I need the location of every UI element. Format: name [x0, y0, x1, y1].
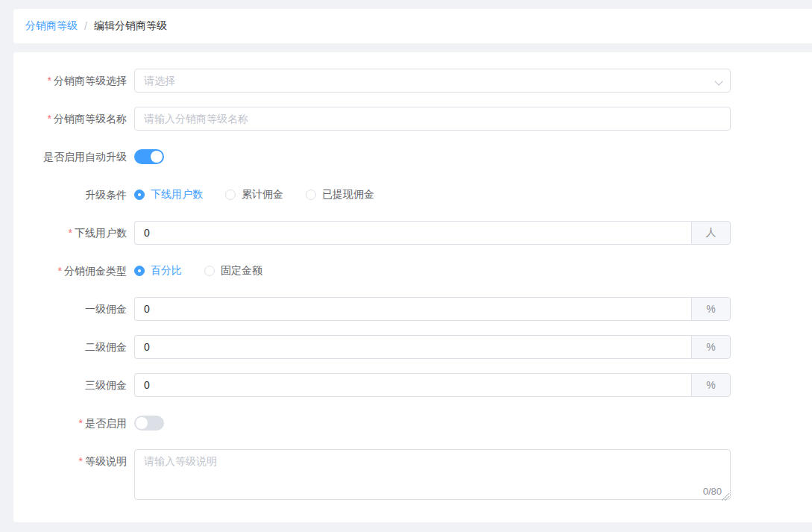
radio-icon: [225, 190, 236, 200]
label-text: 下线用户数: [75, 227, 127, 239]
label-text: 是否启用自动升级: [43, 151, 127, 163]
label-text: 一级佣金: [85, 303, 127, 315]
commission-level3-label: 三级佣金: [13, 373, 134, 397]
label-text: 分销佣金类型: [64, 265, 127, 277]
percent-suffix: %: [691, 335, 731, 359]
upgrade-condition-label: 升级条件: [13, 183, 134, 207]
label-text: 是否启用: [85, 417, 127, 429]
auto-upgrade-label: 是否启用自动升级: [13, 145, 134, 169]
required-mark: *: [58, 265, 62, 277]
form-item-commission-level3: 三级佣金 %: [13, 373, 812, 397]
commission-level1-input[interactable]: [134, 297, 691, 321]
description-textarea[interactable]: [134, 449, 731, 500]
radio-icon: [306, 190, 316, 200]
form-card: *分销商等级选择 *分销商等级名称 是否启用自动升级: [13, 52, 812, 522]
form-item-level-name: *分销商等级名称: [13, 107, 812, 131]
form-item-level-select: *分销商等级选择: [13, 69, 812, 93]
commission-level1-label: 一级佣金: [13, 297, 134, 321]
form-item-downline-users: *下线用户数 人: [13, 221, 812, 245]
form-item-commission-level2: 二级佣金 %: [13, 335, 812, 359]
percent-suffix: %: [691, 297, 731, 321]
commission-level3-input[interactable]: [134, 373, 691, 397]
breadcrumb: 分销商等级 / 编辑分销商等级: [13, 9, 812, 43]
form-item-enabled: *是否启用: [13, 411, 812, 435]
description-label: *等级说明: [13, 449, 134, 502]
radio-label: 累计佣金: [242, 188, 283, 201]
toggle-knob: [151, 151, 163, 163]
form-item-description: *等级说明 0/80: [13, 449, 812, 502]
label-text: 二级佣金: [85, 341, 127, 353]
radio-percentage[interactable]: 百分比: [134, 264, 182, 278]
label-text: 分销商等级名称: [54, 113, 127, 125]
commission-type-label: *分销佣金类型: [13, 259, 134, 283]
radio-icon: [134, 266, 145, 276]
form-item-auto-upgrade: 是否启用自动升级: [13, 145, 812, 169]
radio-label: 百分比: [151, 264, 182, 278]
commission-level2-label: 二级佣金: [13, 335, 134, 359]
radio-withdrawn-commission[interactable]: 已提现佣金: [306, 188, 374, 201]
required-mark: *: [69, 227, 72, 239]
label-text: 分销商等级选择: [54, 75, 127, 87]
enabled-toggle[interactable]: [134, 416, 164, 431]
level-select-label: *分销商等级选择: [13, 69, 134, 93]
char-counter: 0/80: [703, 486, 722, 496]
radio-downline-users[interactable]: 下线用户数: [134, 188, 203, 201]
level-select[interactable]: [134, 69, 731, 93]
downline-users-input[interactable]: [134, 221, 691, 245]
breadcrumb-separator: /: [84, 20, 87, 32]
page: 分销商等级 / 编辑分销商等级 *分销商等级选择 *分销商等级名称: [0, 0, 812, 522]
breadcrumb-root-link[interactable]: 分销商等级: [25, 19, 78, 33]
required-mark: *: [79, 417, 83, 429]
toggle-knob: [136, 417, 148, 429]
form-item-commission-level1: 一级佣金 %: [13, 297, 812, 321]
breadcrumb-current: 编辑分销商等级: [94, 19, 167, 33]
radio-icon: [204, 266, 215, 276]
commission-level2-input[interactable]: [134, 335, 691, 359]
radio-icon: [134, 190, 145, 200]
radio-fixed-amount[interactable]: 固定金额: [204, 264, 262, 278]
radio-label: 已提现佣金: [322, 188, 374, 201]
form-item-upgrade-condition: 升级条件 下线用户数 累计佣金 已提现佣金: [13, 183, 812, 207]
radio-cumulative-commission[interactable]: 累计佣金: [225, 188, 283, 201]
percent-suffix: %: [691, 373, 731, 397]
unit-suffix: 人: [691, 221, 731, 245]
auto-upgrade-toggle[interactable]: [134, 149, 164, 164]
form-item-commission-type: *分销佣金类型 百分比 固定金额: [13, 259, 812, 283]
required-mark: *: [48, 75, 51, 87]
enabled-label: *是否启用: [13, 411, 134, 435]
required-mark: *: [48, 113, 51, 125]
level-name-label: *分销商等级名称: [13, 107, 134, 131]
radio-label: 下线用户数: [151, 188, 203, 201]
label-text: 三级佣金: [85, 379, 127, 391]
level-name-input[interactable]: [134, 107, 731, 131]
level-select-input[interactable]: [134, 69, 731, 93]
textarea-resize-handle[interactable]: [722, 493, 729, 501]
radio-label: 固定金额: [221, 264, 262, 278]
downline-users-label: *下线用户数: [13, 221, 134, 245]
label-text: 等级说明: [85, 455, 127, 467]
required-mark: *: [79, 455, 83, 467]
label-text: 升级条件: [85, 189, 127, 201]
